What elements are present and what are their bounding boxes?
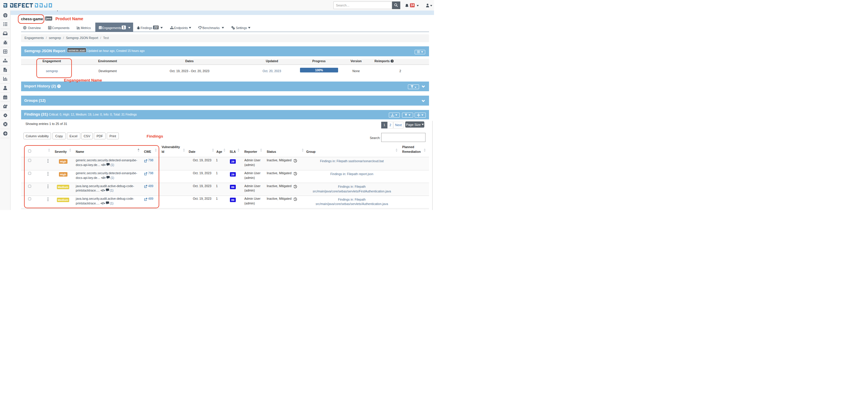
svg-text:?: ? — [58, 85, 60, 88]
svg-text:?: ? — [392, 60, 393, 62]
